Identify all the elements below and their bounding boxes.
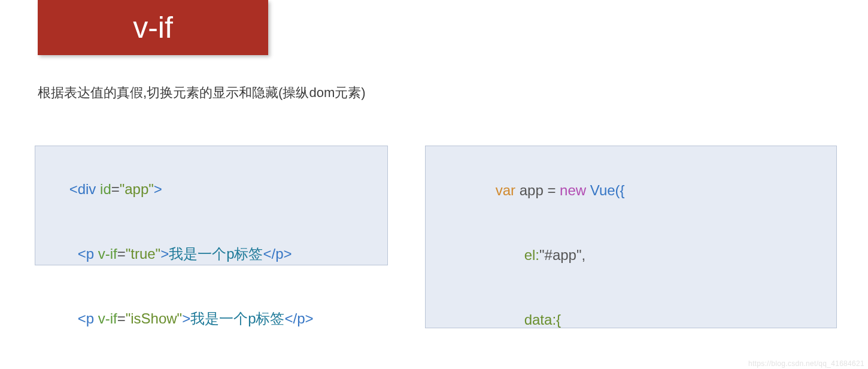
code-panel-html: <div id="app"> <p v-if="true">我是一个p标签</p…: [35, 146, 388, 265]
tok: "true": [126, 246, 160, 262]
watermark: https://blog.csdn.net/qq_41684621: [748, 359, 864, 368]
tok: var: [496, 182, 515, 198]
tok: </p>: [285, 310, 314, 326]
tok: >: [182, 310, 190, 326]
tok: <p: [78, 246, 98, 262]
tok: app: [520, 182, 548, 198]
tok: =: [117, 310, 126, 326]
tok: 我是一个p标签: [190, 310, 284, 326]
tok: =: [547, 182, 560, 198]
tok: el:: [524, 247, 539, 263]
tok: >: [154, 181, 162, 197]
tok: >: [160, 246, 169, 262]
code-panel-js: var app = new Vue({ el:"#app", data:{ is…: [425, 146, 837, 328]
tok: "#app",: [539, 247, 585, 263]
subtitle: 根据表达值的真假,切换元素的显示和隐藏(操纵dom元素): [38, 84, 366, 102]
tok: v-if: [98, 310, 117, 326]
tok: data:{: [524, 311, 561, 328]
tok: <div: [69, 181, 100, 197]
tok: "isShow": [126, 310, 182, 326]
tok: =: [117, 246, 126, 262]
tok: v-if: [98, 246, 117, 262]
tok: Vue({: [586, 182, 625, 198]
tok: [515, 182, 520, 198]
tok: new: [560, 182, 586, 198]
title-banner: v-if: [38, 0, 268, 55]
tok: "app": [120, 181, 154, 197]
tok: 我是一个p标签: [169, 246, 263, 262]
tok: </p>: [263, 246, 292, 262]
tok: <p: [78, 310, 98, 326]
title-text: v-if: [133, 10, 173, 45]
tok: =: [111, 181, 120, 197]
tok: id: [100, 181, 111, 197]
